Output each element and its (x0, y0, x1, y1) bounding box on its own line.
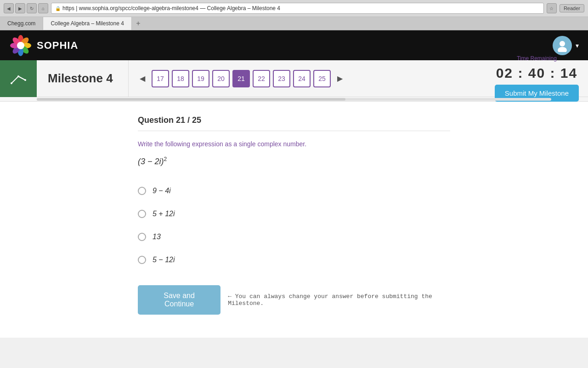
svg-point-8 (17, 42, 24, 49)
url-text: https | www.sophia.org/spcc/college-alge… (62, 5, 280, 12)
page-21[interactable]: 21 (232, 70, 250, 87)
option-b-text: 5 + 12i (153, 210, 175, 218)
home-button[interactable]: ⌂ (38, 3, 48, 13)
chevron-down-icon: ▾ (576, 42, 579, 49)
pagination-next[interactable]: ▶ (334, 72, 346, 85)
main-content: Question 21 / 25 Write the following exp… (119, 102, 469, 338)
pagination-area: ◀ 17 18 19 20 21 22 23 24 25 ▶ (129, 70, 486, 87)
option-a[interactable]: 9 − 4i (138, 179, 450, 202)
svg-point-9 (560, 41, 565, 46)
radio-d[interactable] (138, 256, 146, 264)
svg-point-10 (558, 47, 567, 52)
browser-toolbar: ◀ ▶ ↻ ⌂ 🔒 https | www.sophia.org/spcc/co… (0, 0, 588, 17)
nav-buttons: ◀ ▶ ↻ ⌂ (4, 3, 48, 13)
save-hint: ← You can always change your answer befo… (228, 293, 450, 307)
option-c-text: 13 (153, 233, 161, 241)
address-bar[interactable]: 🔒 https | www.sophia.org/spcc/college-al… (51, 3, 544, 14)
tabs-bar: Chegg.com College Algebra – Milestone 4 … (0, 17, 588, 30)
page-20[interactable]: 20 (212, 70, 230, 87)
page-17[interactable]: 17 (152, 70, 169, 87)
page-25[interactable]: 25 (313, 70, 331, 87)
new-tab-button[interactable]: + (132, 17, 145, 30)
page-19[interactable]: 19 (192, 70, 209, 87)
sophia-logo-icon (9, 34, 32, 57)
option-d[interactable]: 5 − 12i (138, 248, 450, 271)
bookmark-button[interactable]: ☆ (547, 3, 557, 13)
tab-college-algebra[interactable]: College Algebra – Milestone 4 (43, 17, 131, 30)
user-menu[interactable]: ▾ (553, 36, 579, 55)
tab-chegg[interactable]: Chegg.com (0, 17, 43, 30)
sophia-logo-text: SOPHIA (37, 40, 78, 52)
user-icon (556, 39, 569, 52)
pagination-prev[interactable]: ◀ (136, 72, 149, 85)
milestone-icon (0, 60, 37, 97)
user-avatar (553, 36, 572, 55)
math-expression: (3 − 2i)2 (138, 156, 450, 167)
timer-display: 02 : 40 : 14 (496, 65, 577, 81)
browser-chrome: ◀ ▶ ↻ ⌂ 🔒 https | www.sophia.org/spcc/co… (0, 0, 588, 30)
save-area: Save and Continue ← You can always chang… (138, 285, 450, 324)
svg-point-14 (11, 82, 12, 84)
page-22[interactable]: 22 (253, 70, 270, 87)
svg-point-15 (17, 75, 19, 77)
reload-button[interactable]: ↻ (27, 3, 37, 13)
scroll-thumb[interactable] (37, 98, 345, 101)
page-18[interactable]: 18 (172, 70, 189, 87)
page-24[interactable]: 24 (293, 70, 311, 87)
radio-c[interactable] (138, 233, 146, 241)
reader-button[interactable]: Reader (560, 4, 584, 12)
option-c[interactable]: 13 (138, 225, 450, 248)
time-remaining-label: Time Remaining (517, 55, 557, 62)
page-23[interactable]: 23 (273, 70, 290, 87)
lock-icon: 🔒 (55, 6, 61, 11)
question-header: Question 21 / 25 (138, 115, 450, 131)
save-continue-button[interactable]: Save and Continue (138, 285, 220, 315)
option-d-text: 5 − 12i (153, 256, 175, 264)
answer-options: 9 − 4i 5 + 12i 13 5 − 12i (138, 179, 450, 271)
question-prompt: Write the following expression as a sing… (138, 140, 450, 148)
milestone-title: Milestone 4 (37, 60, 129, 97)
timer-submit-area: Time Remaining 02 : 40 : 14 Submit My Mi… (486, 55, 588, 102)
milestone-header: Milestone 4 ◀ 17 18 19 20 21 22 23 24 25… (0, 60, 588, 97)
radio-b[interactable] (138, 210, 146, 218)
option-b[interactable]: 5 + 12i (138, 202, 450, 225)
svg-point-16 (24, 79, 26, 81)
forward-button[interactable]: ▶ (15, 3, 25, 13)
milestone-graphic (7, 67, 30, 90)
option-a-text: 9 − 4i (153, 187, 171, 195)
radio-a[interactable] (138, 187, 146, 195)
scroll-track (37, 98, 551, 101)
back-button[interactable]: ◀ (4, 3, 14, 13)
sophia-logo: SOPHIA (9, 34, 78, 57)
svg-rect-11 (7, 67, 30, 90)
